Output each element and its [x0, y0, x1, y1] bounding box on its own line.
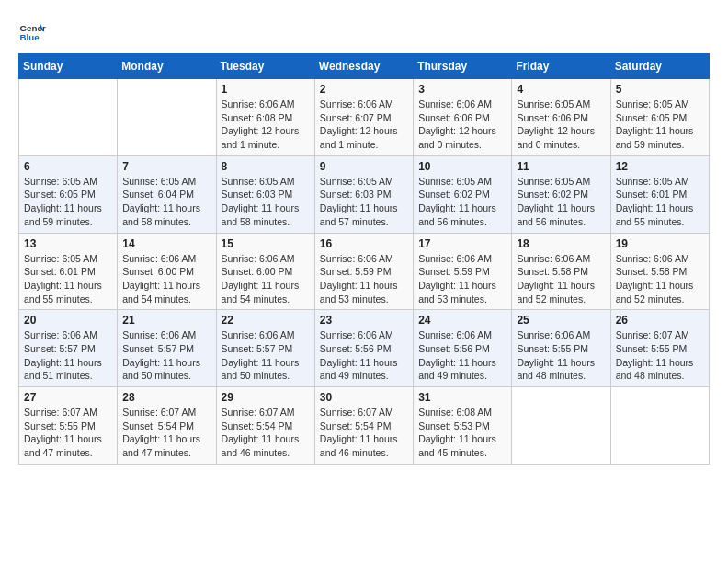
day-number: 19	[616, 237, 704, 250]
day-detail: Sunrise: 6:06 AM Sunset: 5:58 PM Dayligh…	[616, 252, 704, 306]
day-detail: Sunrise: 6:05 AM Sunset: 6:06 PM Dayligh…	[517, 98, 605, 152]
day-detail: Sunrise: 6:05 AM Sunset: 6:03 PM Dayligh…	[222, 175, 310, 229]
day-cell: 19Sunrise: 6:06 AM Sunset: 5:58 PM Dayli…	[610, 233, 709, 310]
col-header-friday: Friday	[512, 54, 610, 79]
day-detail: Sunrise: 6:05 AM Sunset: 6:01 PM Dayligh…	[616, 175, 704, 229]
logo: General Blue	[18, 18, 46, 46]
day-cell: 24Sunrise: 6:06 AM Sunset: 5:56 PM Dayli…	[414, 310, 512, 387]
day-detail: Sunrise: 6:06 AM Sunset: 5:58 PM Dayligh…	[517, 252, 605, 306]
col-header-tuesday: Tuesday	[216, 54, 314, 79]
day-cell: 5Sunrise: 6:05 AM Sunset: 6:05 PM Daylig…	[610, 79, 709, 156]
col-header-sunday: Sunday	[19, 54, 118, 79]
day-cell: 26Sunrise: 6:07 AM Sunset: 5:55 PM Dayli…	[610, 310, 709, 387]
day-number: 17	[418, 237, 506, 250]
day-detail: Sunrise: 6:06 AM Sunset: 5:55 PM Dayligh…	[517, 328, 605, 383]
day-cell: 11Sunrise: 6:05 AM Sunset: 6:02 PM Dayli…	[512, 155, 610, 233]
day-cell: 8Sunrise: 6:05 AM Sunset: 6:03 PM Daylig…	[216, 155, 314, 233]
col-header-thursday: Thursday	[414, 54, 512, 79]
day-cell: 4Sunrise: 6:05 AM Sunset: 6:06 PM Daylig…	[512, 79, 610, 156]
calendar-header: SundayMondayTuesdayWednesdayThursdayFrid…	[19, 54, 710, 79]
day-cell	[512, 387, 610, 465]
day-detail: Sunrise: 6:06 AM Sunset: 5:59 PM Dayligh…	[320, 252, 408, 306]
day-cell	[19, 79, 118, 156]
day-cell: 2Sunrise: 6:06 AM Sunset: 6:07 PM Daylig…	[314, 79, 413, 156]
day-number: 9	[320, 160, 408, 173]
day-number: 1	[222, 83, 310, 96]
day-detail: Sunrise: 6:07 AM Sunset: 5:54 PM Dayligh…	[222, 406, 310, 460]
day-detail: Sunrise: 6:05 AM Sunset: 6:04 PM Dayligh…	[122, 175, 210, 229]
day-number: 31	[418, 391, 506, 404]
day-number: 12	[616, 160, 704, 173]
day-cell: 28Sunrise: 6:07 AM Sunset: 5:54 PM Dayli…	[118, 387, 216, 465]
page-header: General Blue	[18, 18, 710, 46]
week-row-5: 27Sunrise: 6:07 AM Sunset: 5:55 PM Dayli…	[19, 387, 710, 465]
day-cell: 29Sunrise: 6:07 AM Sunset: 5:54 PM Dayli…	[216, 387, 314, 465]
day-number: 6	[24, 160, 112, 173]
day-cell: 22Sunrise: 6:06 AM Sunset: 5:57 PM Dayli…	[216, 310, 314, 387]
day-number: 16	[320, 237, 408, 250]
day-number: 13	[24, 237, 112, 250]
day-number: 2	[320, 83, 408, 96]
day-detail: Sunrise: 6:06 AM Sunset: 5:56 PM Dayligh…	[320, 328, 408, 383]
svg-text:Blue: Blue	[20, 32, 40, 42]
col-header-wednesday: Wednesday	[314, 54, 413, 79]
day-detail: Sunrise: 6:07 AM Sunset: 5:54 PM Dayligh…	[122, 406, 210, 460]
day-number: 5	[616, 83, 704, 96]
day-detail: Sunrise: 6:06 AM Sunset: 6:00 PM Dayligh…	[122, 252, 210, 306]
day-cell: 1Sunrise: 6:06 AM Sunset: 6:08 PM Daylig…	[216, 79, 314, 156]
day-number: 18	[517, 237, 605, 250]
day-number: 26	[616, 314, 704, 327]
day-cell: 25Sunrise: 6:06 AM Sunset: 5:55 PM Dayli…	[512, 310, 610, 387]
day-detail: Sunrise: 6:08 AM Sunset: 5:53 PM Dayligh…	[418, 406, 506, 460]
header-row: SundayMondayTuesdayWednesdayThursdayFrid…	[19, 54, 710, 79]
col-header-monday: Monday	[118, 54, 216, 79]
day-cell: 20Sunrise: 6:06 AM Sunset: 5:57 PM Dayli…	[19, 310, 118, 387]
day-detail: Sunrise: 6:05 AM Sunset: 6:05 PM Dayligh…	[24, 175, 112, 229]
week-row-1: 1Sunrise: 6:06 AM Sunset: 6:08 PM Daylig…	[19, 79, 710, 156]
day-cell: 3Sunrise: 6:06 AM Sunset: 6:06 PM Daylig…	[414, 79, 512, 156]
day-detail: Sunrise: 6:07 AM Sunset: 5:55 PM Dayligh…	[616, 328, 704, 383]
day-detail: Sunrise: 6:05 AM Sunset: 6:05 PM Dayligh…	[616, 98, 704, 152]
day-cell: 23Sunrise: 6:06 AM Sunset: 5:56 PM Dayli…	[314, 310, 413, 387]
day-number: 23	[320, 314, 408, 327]
day-cell: 30Sunrise: 6:07 AM Sunset: 5:54 PM Dayli…	[314, 387, 413, 465]
day-cell: 6Sunrise: 6:05 AM Sunset: 6:05 PM Daylig…	[19, 155, 118, 233]
day-number: 28	[122, 391, 210, 404]
col-header-saturday: Saturday	[610, 54, 709, 79]
day-number: 15	[222, 237, 310, 250]
day-detail: Sunrise: 6:05 AM Sunset: 6:02 PM Dayligh…	[517, 175, 605, 229]
day-cell: 9Sunrise: 6:05 AM Sunset: 6:03 PM Daylig…	[314, 155, 413, 233]
day-detail: Sunrise: 6:05 AM Sunset: 6:02 PM Dayligh…	[418, 175, 506, 229]
week-row-2: 6Sunrise: 6:05 AM Sunset: 6:05 PM Daylig…	[19, 155, 710, 233]
calendar-table: SundayMondayTuesdayWednesdayThursdayFrid…	[18, 53, 710, 465]
calendar-body: 1Sunrise: 6:06 AM Sunset: 6:08 PM Daylig…	[19, 79, 710, 465]
day-number: 20	[24, 314, 112, 327]
day-number: 3	[418, 83, 506, 96]
day-number: 29	[222, 391, 310, 404]
day-number: 25	[517, 314, 605, 327]
day-detail: Sunrise: 6:06 AM Sunset: 5:57 PM Dayligh…	[24, 328, 112, 383]
week-row-3: 13Sunrise: 6:05 AM Sunset: 6:01 PM Dayli…	[19, 233, 710, 310]
day-cell: 31Sunrise: 6:08 AM Sunset: 5:53 PM Dayli…	[414, 387, 512, 465]
day-number: 10	[418, 160, 506, 173]
day-number: 14	[122, 237, 210, 250]
day-number: 8	[222, 160, 310, 173]
day-cell: 27Sunrise: 6:07 AM Sunset: 5:55 PM Dayli…	[19, 387, 118, 465]
day-number: 24	[418, 314, 506, 327]
logo-icon: General Blue	[18, 18, 46, 46]
day-cell: 15Sunrise: 6:06 AM Sunset: 6:00 PM Dayli…	[216, 233, 314, 310]
day-cell: 12Sunrise: 6:05 AM Sunset: 6:01 PM Dayli…	[610, 155, 709, 233]
day-cell: 14Sunrise: 6:06 AM Sunset: 6:00 PM Dayli…	[118, 233, 216, 310]
day-number: 21	[122, 314, 210, 327]
day-cell: 18Sunrise: 6:06 AM Sunset: 5:58 PM Dayli…	[512, 233, 610, 310]
day-detail: Sunrise: 6:06 AM Sunset: 5:59 PM Dayligh…	[418, 252, 506, 306]
day-cell	[118, 79, 216, 156]
day-number: 22	[222, 314, 310, 327]
day-cell: 16Sunrise: 6:06 AM Sunset: 5:59 PM Dayli…	[314, 233, 413, 310]
day-detail: Sunrise: 6:07 AM Sunset: 5:55 PM Dayligh…	[24, 406, 112, 460]
day-cell: 13Sunrise: 6:05 AM Sunset: 6:01 PM Dayli…	[19, 233, 118, 310]
day-detail: Sunrise: 6:06 AM Sunset: 6:06 PM Dayligh…	[418, 98, 506, 152]
day-detail: Sunrise: 6:05 AM Sunset: 6:01 PM Dayligh…	[24, 252, 112, 306]
day-number: 30	[320, 391, 408, 404]
day-detail: Sunrise: 6:06 AM Sunset: 5:57 PM Dayligh…	[122, 328, 210, 383]
